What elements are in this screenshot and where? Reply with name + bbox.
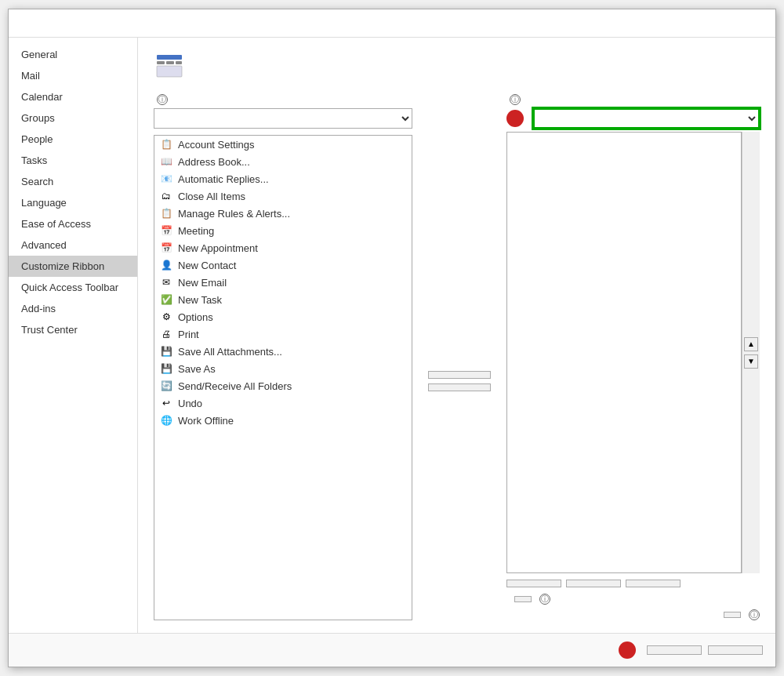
command-label: Manage Rules & Alerts... <box>178 208 290 220</box>
command-item[interactable]: 💾Save All Attachments... <box>154 343 412 360</box>
command-label: Work Offline <box>178 415 234 427</box>
page-header <box>154 50 760 82</box>
right-panel: ⓘ <box>506 94 760 620</box>
command-item[interactable]: 🌐Work Offline <box>154 412 412 429</box>
command-item[interactable]: 💾Save As <box>154 360 412 377</box>
command-item[interactable]: 🗂Close All Items <box>154 187 412 205</box>
rename-button[interactable] <box>626 580 681 587</box>
command-icon: 📅 <box>159 224 173 238</box>
cancel-button[interactable] <box>708 645 763 655</box>
command-item[interactable]: ✉New Email <box>154 274 412 291</box>
remove-button[interactable] <box>428 383 491 391</box>
command-label: Save All Attachments... <box>178 346 282 358</box>
command-label: Account Settings <box>178 139 255 151</box>
command-item[interactable]: 📅New Appointment <box>154 239 412 256</box>
new-tab-button[interactable] <box>506 580 561 587</box>
choose-label-row: ⓘ <box>154 94 412 105</box>
command-item[interactable]: 📋Account Settings <box>154 136 412 153</box>
sidebar-item-add-ins[interactable]: Add-ins <box>9 298 137 319</box>
command-item[interactable]: ⚙Options <box>154 308 412 325</box>
command-label: Save As <box>178 363 216 375</box>
title-bar <box>9 9 775 38</box>
command-label: New Contact <box>178 260 236 271</box>
sidebar-item-calendar[interactable]: Calendar <box>9 86 137 107</box>
command-icon: ✉ <box>159 275 173 289</box>
choose-info-icon[interactable]: ⓘ <box>157 94 168 105</box>
command-icon: 🖨 <box>159 327 173 341</box>
content-area: ⓘ 📋Account Settings📖Address Book...📧Auto… <box>154 94 760 620</box>
badge-4 <box>619 641 636 659</box>
import-export-info-icon[interactable]: ⓘ <box>749 609 760 620</box>
customize-label-row: ⓘ <box>506 94 760 105</box>
command-item[interactable]: 📋Manage Rules & Alerts... <box>154 205 412 222</box>
command-label: New Appointment <box>178 242 258 254</box>
import-export-row: ⓘ <box>506 609 760 620</box>
ribbon-dropdown[interactable] <box>533 108 760 129</box>
customize-info-icon[interactable]: ⓘ <box>510 94 521 105</box>
main-content: ⓘ 📋Account Settings📖Address Book...📧Auto… <box>138 38 775 633</box>
command-icon: 📧 <box>159 172 173 186</box>
commands-dropdown[interactable] <box>154 108 412 129</box>
command-icon: ↩ <box>159 396 173 410</box>
command-icon: 🔄 <box>159 379 173 393</box>
command-icon: ✅ <box>159 293 173 307</box>
close-button[interactable] <box>747 14 766 33</box>
ribbon-tree[interactable] <box>506 132 742 573</box>
sidebar-item-mail[interactable]: Mail <box>9 65 137 86</box>
import-export-button[interactable] <box>724 612 741 618</box>
command-item[interactable]: 👤New Contact <box>154 256 412 274</box>
sidebar-item-quick-access-toolbar[interactable]: Quick Access Toolbar <box>9 277 137 298</box>
badge-2 <box>506 110 524 127</box>
ribbon-area: ▲ ▼ <box>506 132 760 573</box>
command-icon: ⚙ <box>159 310 173 324</box>
command-icon: 📋 <box>159 137 173 151</box>
sidebar-item-language[interactable]: Language <box>9 192 137 213</box>
sidebar-item-advanced[interactable]: Advanced <box>9 234 137 256</box>
reset-button[interactable] <box>514 596 532 602</box>
sidebar-item-trust-center[interactable]: Trust Center <box>9 319 137 340</box>
customizations-row: ⓘ <box>506 594 760 605</box>
middle-buttons <box>422 141 497 620</box>
scroll-down-button[interactable]: ▼ <box>744 354 758 369</box>
ok-button[interactable] <box>647 645 702 655</box>
reset-info-icon[interactable]: ⓘ <box>539 594 550 605</box>
sidebar-item-customize-ribbon[interactable]: Customize Ribbon <box>9 256 137 277</box>
command-label: Send/Receive All Folders <box>178 380 292 392</box>
command-icon: 📅 <box>159 241 173 255</box>
sidebar: GeneralMailCalendarGroupsPeopleTasksSear… <box>9 38 138 633</box>
sidebar-item-general[interactable]: General <box>9 44 137 65</box>
command-icon: 💾 <box>159 362 173 376</box>
command-label: New Email <box>178 277 227 289</box>
ribbon-scroll-buttons: ▲ ▼ <box>742 132 760 573</box>
sidebar-item-search[interactable]: Search <box>9 171 137 192</box>
scroll-up-button[interactable]: ▲ <box>744 337 758 351</box>
svg-rect-1 <box>157 61 165 64</box>
command-item[interactable]: 🖨Print <box>154 325 412 343</box>
bottom-buttons-row <box>506 580 760 587</box>
command-icon: 🌐 <box>159 413 173 427</box>
command-label: Meeting <box>178 225 214 237</box>
command-item[interactable]: ↩Undo <box>154 394 412 412</box>
command-icon: 🗂 <box>159 189 173 203</box>
sidebar-item-tasks[interactable]: Tasks <box>9 150 137 171</box>
dialog-footer <box>9 633 775 667</box>
new-group-button[interactable] <box>566 580 621 587</box>
command-label: Options <box>178 311 213 323</box>
dialog-body: GeneralMailCalendarGroupsPeopleTasksSear… <box>9 38 775 633</box>
commands-list[interactable]: 📋Account Settings📖Address Book...📧Automa… <box>154 135 412 620</box>
svg-rect-4 <box>157 66 182 77</box>
command-item[interactable]: 📅Meeting <box>154 222 412 239</box>
command-item[interactable]: 📖Address Book... <box>154 153 412 170</box>
sidebar-item-ease-of-access[interactable]: Ease of Access <box>9 213 137 234</box>
command-icon: 💾 <box>159 344 173 358</box>
command-label: Automatic Replies... <box>178 173 269 185</box>
command-item[interactable]: 📧Automatic Replies... <box>154 170 412 187</box>
command-label: Undo <box>178 398 202 409</box>
command-item[interactable]: ✅New Task <box>154 291 412 308</box>
command-icon: 📖 <box>159 154 173 169</box>
sidebar-item-people[interactable]: People <box>9 129 137 150</box>
sidebar-item-groups[interactable]: Groups <box>9 107 137 129</box>
command-item[interactable]: 🔄Send/Receive All Folders <box>154 377 412 394</box>
outlook-options-dialog: GeneralMailCalendarGroupsPeopleTasksSear… <box>8 9 776 667</box>
add-button[interactable] <box>428 371 491 379</box>
